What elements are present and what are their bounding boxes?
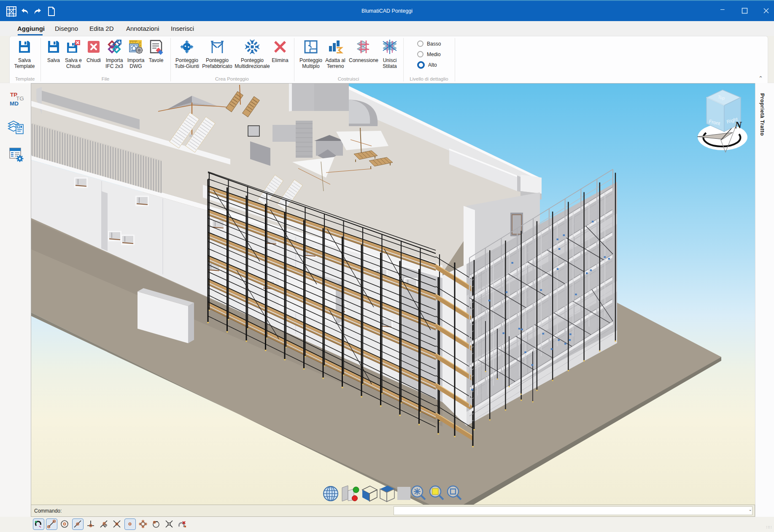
- svg-text:N: N: [734, 120, 742, 130]
